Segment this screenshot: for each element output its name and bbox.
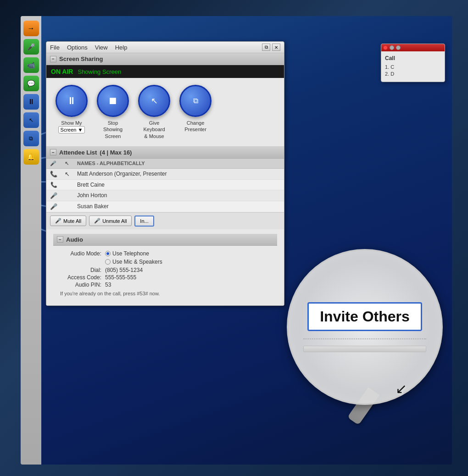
- table-row: 📞 Brett Caine: [46, 179, 284, 190]
- keyboard-button[interactable]: ↖: [138, 85, 170, 117]
- magnifier-inner: Invite Others: [288, 302, 441, 352]
- stop-button[interactable]: ⏹: [97, 85, 129, 117]
- pause-button[interactable]: ⏸: [56, 85, 88, 117]
- col-mic-icon: 🎤: [46, 159, 61, 169]
- sidebar-btn-notify[interactable]: 🔔: [23, 149, 39, 165]
- attendee-cursor-icon: ↖: [61, 168, 73, 179]
- access-code-info: Access Code: 555-555-555: [60, 274, 270, 281]
- call-item-2: 2. D: [385, 71, 441, 77]
- sidebar-btn-pause[interactable]: ⏸: [23, 94, 39, 110]
- mute-all-icon: 🎤: [55, 218, 61, 224]
- pause-btn-wrap: ⏸ Show My Screen ▼: [56, 85, 88, 133]
- audio-mode-label: Audio Mode:: [60, 250, 101, 257]
- close-button[interactable]: ✕: [272, 44, 280, 51]
- stop-btn-wrap: ⏹ StopShowingScreen: [97, 85, 129, 139]
- stop-label: StopShowingScreen: [103, 120, 123, 139]
- keyboard-label: GiveKeyboard& Mouse: [143, 120, 165, 139]
- attendee-name-1: Matt Anderson (Organizer, Presenter: [73, 168, 284, 179]
- attendee-muted-icon: 🎤: [46, 201, 61, 212]
- telephone-label: Use Telephone: [112, 250, 149, 257]
- attendee-empty-icon: [61, 179, 73, 190]
- dial-label: Dial:: [60, 267, 101, 273]
- audio-pin-info: Audio PIN: 53: [60, 282, 270, 288]
- invite-others-button[interactable]: Invite Others: [307, 302, 422, 331]
- forward-icon: →: [28, 24, 35, 33]
- screen-sharing-title: Screen Sharing: [59, 55, 103, 62]
- presenter-label: ChangePresenter: [184, 120, 206, 133]
- call-content: Call 1. C 2. D: [381, 51, 445, 82]
- audio-minus-icon: −: [59, 237, 61, 242]
- magnifier-circle: Invite Others: [287, 249, 443, 405]
- screen-sharing-header: − Screen Sharing: [46, 53, 284, 65]
- menu-help[interactable]: Help: [115, 44, 128, 51]
- audio-pin-label: Audio PIN:: [60, 282, 101, 288]
- attendee-title: Attendee List: [59, 149, 97, 156]
- call-title: Call: [385, 55, 441, 61]
- cursor-icon: ↖: [29, 117, 33, 123]
- sidebar-btn-share[interactable]: ⧉: [23, 131, 39, 146]
- attendee-name-4: Susan Baker: [73, 201, 284, 212]
- show-my-dropdown[interactable]: Screen ▼: [58, 126, 85, 133]
- menu-options[interactable]: Options: [67, 44, 88, 51]
- audio-mode-row: Audio Mode: Use Telephone: [60, 250, 270, 257]
- minus-icon: −: [52, 56, 55, 61]
- attendee-phone-icon: 📞: [46, 168, 61, 179]
- table-row: 📞 ↖ Matt Anderson (Organizer, Presenter: [46, 168, 284, 179]
- screen-sharing-collapse[interactable]: −: [50, 56, 56, 62]
- minimize-dot-icon[interactable]: [390, 45, 394, 50]
- mic-radio[interactable]: [105, 259, 111, 265]
- attendee-phone-gray-icon: 📞: [46, 179, 61, 190]
- chat-icon: 💬: [27, 80, 35, 87]
- audio-note: If you're already on the call, press #53…: [60, 291, 270, 296]
- monitor-screen: → 🎤 📹 💬 ⏸ ↖ ⧉ 🔔 File Options View: [21, 16, 452, 465]
- attendee-name-3: John Horton: [73, 190, 284, 201]
- attendee-collapse[interactable]: −: [50, 149, 56, 155]
- maximize-dot-icon[interactable]: [396, 45, 401, 50]
- mic-icon: 🎤: [27, 43, 35, 50]
- sidebar-btn-chat[interactable]: 💬: [23, 76, 39, 91]
- pause-icon: ⏸: [28, 98, 35, 106]
- audio-telephone-option[interactable]: Use Telephone: [105, 250, 149, 257]
- menu-view[interactable]: View: [95, 44, 108, 51]
- video-icon: 📹: [27, 61, 35, 69]
- unmute-all-button[interactable]: 🎤 Unmute All: [89, 216, 132, 226]
- presenter-btn-wrap: ⧉ ChangePresenter: [179, 85, 212, 133]
- app-window: File Options View Help ⧉ ✕ − Screen Shar…: [46, 41, 284, 306]
- telephone-radio[interactable]: [105, 251, 111, 256]
- invite-button[interactable]: In...: [134, 216, 154, 227]
- sidebar: → 🎤 📹 💬 ⏸ ↖ ⧉ 🔔: [21, 16, 41, 465]
- cursor-arrow-icon: ↙: [396, 381, 407, 397]
- dial-info: Dial: (805) 555-1234: [60, 267, 270, 273]
- mute-all-button[interactable]: 🎤 Mute All: [50, 216, 86, 226]
- audio-mic-option[interactable]: Use Mic & Speakers: [105, 259, 162, 265]
- window-controls: ⧉ ✕: [262, 44, 280, 51]
- sidebar-btn-mic[interactable]: 🎤: [23, 39, 39, 55]
- close-dot-icon[interactable]: [383, 45, 388, 50]
- mic-speakers-label: Use Mic & Speakers: [112, 259, 162, 265]
- audio-collapse[interactable]: −: [57, 236, 63, 243]
- attendee-mic-icon: 🎤: [46, 190, 61, 201]
- sidebar-btn-video[interactable]: 📹: [23, 57, 39, 73]
- keyboard-icon: ↖: [151, 96, 158, 106]
- col-names: NAMES - ALPHABETICALLY: [73, 159, 284, 169]
- menu-file[interactable]: File: [50, 44, 60, 51]
- sidebar-btn-forward[interactable]: →: [23, 21, 39, 36]
- show-my-label: Show My Screen ▼: [58, 120, 85, 133]
- attendee-name-2: Brett Caine: [73, 179, 284, 190]
- attendee-count: (4 | Max 16): [100, 149, 132, 156]
- on-air-label: ON AIR: [51, 68, 73, 75]
- col-cursor-icon: ↖: [61, 159, 73, 169]
- sidebar-btn-cursor[interactable]: ↖: [23, 112, 39, 128]
- mute-all-label: Mute All: [63, 218, 81, 224]
- table-row: 🎤 John Horton: [46, 190, 284, 201]
- audio-title: Audio: [66, 236, 83, 243]
- showing-screen-label: Showing Screen: [78, 68, 121, 75]
- restore-button[interactable]: ⧉: [262, 44, 270, 51]
- presenter-button[interactable]: ⧉: [179, 85, 212, 117]
- close-icon: ✕: [274, 45, 278, 50]
- notify-icon: 🔔: [27, 153, 35, 161]
- table-row: 🎤 Susan Baker: [46, 201, 284, 212]
- audio-section: − Audio Audio Mode: Use Telephone Use: [46, 229, 284, 305]
- on-air-bar: ON AIR Showing Screen: [46, 65, 284, 78]
- unmute-all-label: Unmute All: [102, 218, 127, 224]
